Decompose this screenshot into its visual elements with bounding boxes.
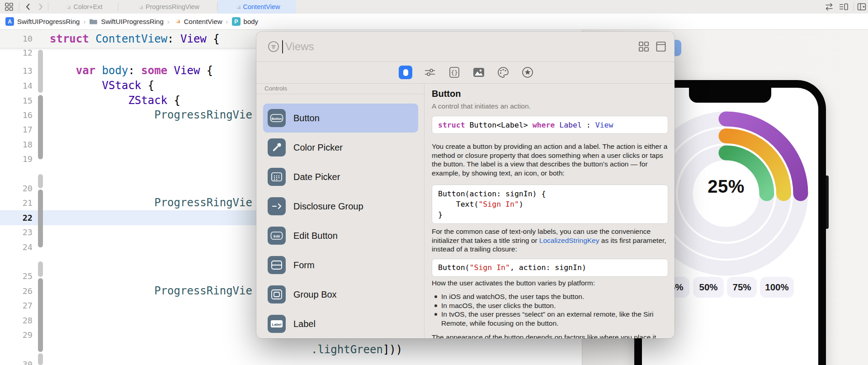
media-icon [473, 67, 485, 77]
breadcrumb-item-contentview[interactable]: ContentView [173, 18, 222, 25]
add-editor-button[interactable] [856, 1, 867, 12]
code-text: ProgressRingVie [50, 108, 252, 123]
snippets-icon: {} [449, 66, 460, 78]
detail-paragraph: For the common case of text-only labels,… [432, 227, 668, 254]
code-text: ZStack { [50, 93, 180, 108]
library-item-label[interactable]: LabelLabel [263, 309, 418, 338]
breadcrumb-separator: › [83, 18, 85, 25]
percent-button-75[interactable]: 75% [727, 277, 757, 298]
percent-button-50[interactable]: 50% [693, 277, 724, 298]
edit-button-tile: Edit [268, 227, 286, 245]
line-number: 25 [0, 269, 33, 284]
views-glyph [403, 69, 408, 76]
library-detail-pane: Button A control that initiates an actio… [425, 83, 675, 338]
breadcrumb-item-swiftuiprogressring[interactable]: ASwiftUIProgressRing [5, 17, 80, 26]
library-item-label: Date Picker [293, 172, 340, 182]
line-number: 19 [0, 152, 33, 166]
line-number: 16 [0, 108, 33, 123]
iphone-notch [689, 88, 771, 103]
grid-overview-icon [5, 2, 14, 11]
code-review-button[interactable] [824, 1, 835, 12]
list-view-toggle[interactable] [655, 41, 667, 54]
tab-overview-button[interactable] [4, 1, 14, 12]
swift-icon [64, 4, 71, 11]
divider [854, 3, 854, 11]
views-tab[interactable] [399, 66, 412, 79]
breadcrumb-item-swiftuiprogressring[interactable]: SwiftUIProgressRing [89, 18, 163, 25]
library-item-button[interactable]: ButtonButton [263, 104, 418, 133]
property-icon: P [232, 17, 241, 26]
project-icon: A [5, 17, 14, 26]
library-item-group-box[interactable]: Group Box [263, 280, 418, 309]
svg-text:A: A [8, 19, 12, 25]
code-line-wrap[interactable]: .lightGreen])) [0, 342, 582, 357]
svg-text:Label: Label [272, 322, 282, 327]
breadcrumb-label: SwiftUIProgressRing [101, 18, 163, 25]
breadcrumb-separator: › [167, 18, 170, 25]
percent-button-100[interactable]: 100% [760, 277, 794, 298]
grid-view-toggle[interactable] [638, 41, 650, 54]
media-tab[interactable] [472, 66, 486, 79]
tab-progressringview[interactable]: ProgressRingView [118, 0, 217, 14]
tab-color+ext[interactable]: Color+Ext [48, 0, 118, 14]
line-number: 17 [0, 122, 33, 137]
date-picker-tile [268, 168, 286, 186]
snippets-tab[interactable]: {} [448, 66, 461, 79]
text-cursor [282, 40, 283, 53]
line-number: 27 [0, 298, 33, 313]
editor-list-icon [839, 3, 849, 11]
library-item-color-picker[interactable]: Color Picker [263, 133, 418, 162]
chevron-right-icon [37, 3, 45, 11]
back-button[interactable] [23, 1, 33, 12]
swift-icon [234, 4, 241, 11]
localizedstringkey-link[interactable]: LocalizedStringKey [539, 237, 599, 244]
colors-tab[interactable] [496, 66, 510, 79]
line-number: 21 [0, 195, 33, 210]
library-item-label: Color Picker [293, 142, 343, 153]
code-line-30[interactable]: 30 [0, 357, 582, 365]
line-number: 24 [0, 240, 33, 255]
tab-contentview[interactable]: ContentView [217, 0, 296, 14]
library-item-form[interactable]: Form [263, 251, 418, 280]
line-number: 14 [0, 78, 33, 93]
library-item-disclosure-group[interactable]: Disclosure Group [263, 192, 418, 221]
breadcrumb-item-body[interactable]: Pbody [232, 17, 259, 26]
library-search-input[interactable]: Views [285, 32, 314, 62]
svg-text:{}: {} [451, 69, 458, 76]
detail-subtitle: A control that initiates an action. [432, 102, 668, 110]
editor-options-button[interactable] [838, 1, 849, 12]
symbols-icon [522, 66, 533, 78]
disclosure-group-icon [271, 202, 283, 211]
swap-arrows-icon [824, 3, 834, 11]
library-item-edit-button[interactable]: EditEdit Button [263, 221, 418, 250]
line-number: 28 [0, 313, 33, 328]
code-example-box: Button("Sign In", action: signIn) [432, 259, 668, 277]
filter-icon[interactable] [267, 40, 280, 55]
library-item-label: Group Box [293, 289, 337, 300]
color-picker-icon [271, 142, 282, 153]
library-search-row: Views [256, 32, 675, 62]
svg-text:P: P [234, 19, 238, 25]
symbols-tab[interactable] [521, 66, 534, 79]
modifiers-tab[interactable] [423, 66, 437, 79]
section-header: Controls [256, 83, 424, 94]
detail-paragraph: How the user activates the button varies… [432, 279, 668, 288]
code-text: var body: some View { [50, 63, 213, 78]
forward-button[interactable] [35, 1, 46, 12]
code-text: struct ContentView: View { [50, 30, 220, 48]
line-number: 30 [0, 357, 33, 365]
svg-text:Button: Button [272, 117, 282, 120]
divider [19, 3, 19, 11]
breadcrumb-label: ContentView [184, 18, 222, 25]
line-number: 23 [0, 225, 33, 240]
code-text: .lightGreen])) [50, 342, 402, 357]
swift-icon [173, 18, 181, 25]
code-text: ProgressRingVie [50, 284, 252, 299]
date-picker-icon [271, 171, 283, 182]
color-picker-tile [268, 138, 286, 156]
svg-text:Edit: Edit [274, 234, 280, 238]
library-item-date-picker[interactable]: Date Picker [263, 162, 418, 191]
colors-icon [497, 66, 509, 78]
group-box-icon [271, 289, 283, 300]
code-text: ProgressRingVie [50, 195, 252, 210]
